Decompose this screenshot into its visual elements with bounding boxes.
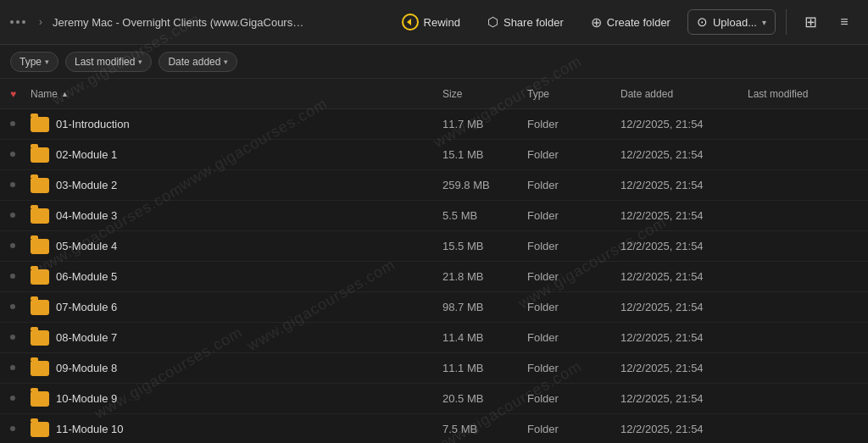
size-cell: 5.5 MB [442, 209, 527, 222]
date-added-cell: 12/2/2025, 21:54 [620, 362, 748, 374]
type-cell: Folder [527, 331, 620, 344]
folder-icon [31, 391, 49, 407]
name-cell: 07-Module 6 [31, 300, 442, 315]
nav-dot-2 [16, 20, 19, 24]
type-cell: Folder [527, 179, 620, 191]
size-cell: 259.8 MB [442, 179, 527, 191]
name-cell: 03-Module 2 [31, 178, 442, 193]
name-cell: 05-Module 4 [31, 239, 442, 254]
table-row[interactable]: 10-Module 9 20.5 MB Folder 12/2/2025, 21… [0, 384, 868, 414]
type-cell: Folder [527, 209, 620, 222]
dot-indicator [10, 365, 15, 370]
type-cell: Folder [527, 240, 620, 252]
dot-indicator [10, 182, 15, 187]
top-nav-bar: › Jeremy Mac - Overnight Clients (www.Gi… [0, 0, 868, 45]
table-row[interactable]: 07-Module 6 98.7 MB Folder 12/2/2025, 21… [0, 292, 868, 323]
table-row[interactable]: 08-Module 7 11.4 MB Folder 12/2/2025, 21… [0, 323, 868, 353]
nav-dot-1 [10, 20, 14, 24]
favorite-cell [10, 212, 31, 219]
file-name: 07-Module 6 [56, 301, 117, 313]
hamburger-icon: ≡ [840, 14, 848, 30]
table-row[interactable]: 05-Module 4 15.5 MB Folder 12/2/2025, 21… [0, 231, 868, 262]
favorite-cell [10, 181, 31, 189]
upload-chevron-icon: ▾ [762, 18, 766, 27]
last-modified-filter-label: Last modified [75, 56, 135, 68]
nav-dot-3 [22, 20, 25, 24]
size-column-header[interactable]: Size [442, 88, 527, 100]
dot-indicator [10, 396, 15, 401]
file-name: 09-Module 8 [56, 362, 117, 374]
rewind-icon [402, 14, 419, 30]
date-added-cell: 12/2/2025, 21:54 [620, 331, 748, 344]
favorite-cell [10, 242, 31, 250]
date-added-cell: 12/2/2025, 21:54 [620, 118, 748, 130]
size-cell: 21.8 MB [442, 270, 527, 283]
favorite-cell [10, 273, 31, 280]
nav-divider [786, 9, 787, 35]
menu-button[interactable]: ≡ [831, 8, 858, 36]
favorite-cell [10, 303, 31, 311]
file-name: 04-Module 3 [56, 209, 117, 222]
gallery-icon: ⊞ [804, 13, 817, 31]
size-cell: 11.1 MB [442, 362, 527, 374]
name-cell: 10-Module 9 [31, 391, 442, 407]
upload-button[interactable]: ⊙ Upload... ▾ [687, 9, 776, 35]
type-column-header[interactable]: Type [527, 88, 620, 100]
type-cell: Folder [527, 362, 620, 374]
type-cell: Folder [527, 423, 620, 435]
create-folder-label: Create folder [607, 16, 670, 29]
name-cell: 01-Introduction [31, 117, 442, 132]
upload-label: Upload... [713, 16, 757, 29]
type-cell: Folder [527, 301, 620, 313]
table-row[interactable]: 09-Module 8 11.1 MB Folder 12/2/2025, 21… [0, 353, 868, 384]
name-column-header[interactable]: Name ▲ [31, 88, 442, 100]
date-added-cell: 12/2/2025, 21:54 [620, 423, 748, 435]
favorite-cell [10, 395, 31, 402]
favorite-cell [10, 334, 31, 341]
favorite-header-icon: ♥ [10, 88, 16, 100]
table-row[interactable]: 11-Module 10 7.5 MB Folder 12/2/2025, 21… [0, 414, 868, 443]
favorite-cell [10, 151, 31, 158]
folder-icon [31, 300, 49, 315]
folder-icon [31, 147, 49, 163]
last-modified-filter-button[interactable]: Last modified ▾ [65, 52, 152, 72]
upload-icon: ⊙ [697, 14, 708, 30]
file-name: 03-Module 2 [56, 179, 117, 191]
create-folder-button[interactable]: ⊕ Create folder [581, 9, 681, 36]
size-cell: 15.5 MB [442, 240, 527, 252]
file-name: 10-Module 9 [56, 392, 117, 405]
last-modified-filter-chevron: ▾ [138, 58, 142, 66]
table-row[interactable]: 06-Module 5 21.8 MB Folder 12/2/2025, 21… [0, 262, 868, 292]
favorite-cell [10, 364, 31, 372]
last-modified-column-header[interactable]: Last modified [748, 88, 858, 100]
type-cell: Folder [527, 148, 620, 161]
table-row[interactable]: 02-Module 1 15.1 MB Folder 12/2/2025, 21… [0, 140, 868, 170]
type-cell: Folder [527, 270, 620, 283]
share-folder-label: Share folder [504, 16, 564, 29]
table-row[interactable]: 01-Introduction 11.7 MB Folder 12/2/2025… [0, 109, 868, 140]
date-added-cell: 12/2/2025, 21:54 [620, 240, 748, 252]
date-added-column-header[interactable]: Date added [620, 88, 748, 100]
name-cell: 04-Module 3 [31, 208, 442, 224]
file-name: 06-Module 5 [56, 270, 117, 283]
file-list: 01-Introduction 11.7 MB Folder 12/2/2025… [0, 109, 868, 443]
file-name: 08-Module 7 [56, 331, 117, 344]
date-added-filter-button[interactable]: Date added ▾ [159, 52, 237, 72]
type-filter-button[interactable]: Type ▾ [10, 52, 58, 72]
table-row[interactable]: 03-Module 2 259.8 MB Folder 12/2/2025, 2… [0, 170, 868, 201]
table-row[interactable]: 04-Module 3 5.5 MB Folder 12/2/2025, 21:… [0, 201, 868, 231]
dot-indicator [10, 304, 15, 309]
share-folder-button[interactable]: ⬡ Share folder [477, 9, 574, 35]
folder-icon [31, 269, 49, 285]
rewind-button[interactable]: Rewind [392, 8, 470, 36]
gallery-view-button[interactable]: ⊞ [797, 8, 824, 36]
folder-icon [31, 117, 49, 132]
type-cell: Folder [527, 392, 620, 405]
name-cell: 02-Module 1 [31, 147, 442, 163]
name-sort-icon: ▲ [61, 90, 69, 98]
size-cell: 98.7 MB [442, 301, 527, 313]
name-cell: 09-Module 8 [31, 361, 442, 376]
file-name: 11-Module 10 [56, 423, 124, 435]
breadcrumb-chevron: › [39, 16, 42, 28]
favorite-cell [10, 120, 31, 128]
